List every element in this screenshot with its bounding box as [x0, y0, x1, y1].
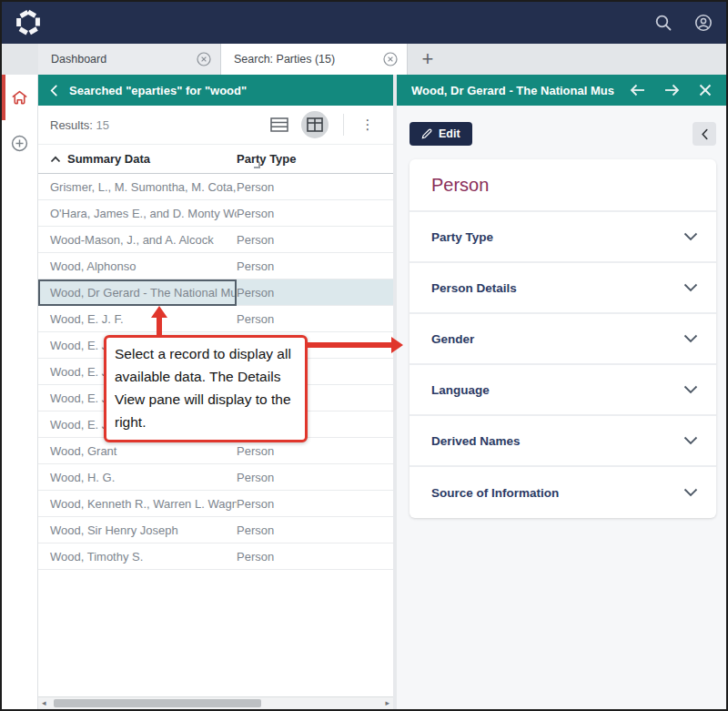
summary-data-cell[interactable]: Wood, E. J. F. [38, 306, 237, 332]
toolbar-divider [343, 114, 344, 136]
nav-sidebar [2, 75, 38, 709]
search-summary-title: Searched "eparties" for "wood" [69, 84, 247, 97]
details-header: Wood, Dr Gerard - The National Museum [397, 75, 726, 106]
table-row[interactable]: Wood, Sir Henry JosephPerson [38, 517, 393, 543]
summary-data-cell[interactable]: Wood, H. G. [38, 464, 237, 491]
section-label: Language [431, 383, 490, 397]
summary-data-cell[interactable]: Wood, Timothy S. [38, 543, 237, 570]
section-label: Source of Information [431, 486, 559, 500]
section-label: Gender [431, 332, 474, 346]
column-resize-handle[interactable] [254, 162, 260, 168]
column-header-summary-data[interactable]: Summary Data [38, 152, 237, 166]
tab-search-parties[interactable]: Search: Parties (15) [221, 44, 408, 75]
search-summary-header: Searched "eparties" for "wood" [38, 75, 393, 106]
edit-button-label: Edit [439, 127, 460, 140]
close-details-icon[interactable] [695, 80, 715, 100]
brand-logo-icon [15, 9, 42, 36]
section-label: Derived Names [431, 434, 521, 448]
account-icon[interactable] [693, 13, 713, 33]
section-party-type[interactable]: Party Type [410, 212, 716, 263]
party-type-cell[interactable]: Person [237, 207, 393, 220]
collapse-panel-button[interactable] [693, 122, 716, 146]
tab-search-parties-label: Search: Parties (15) [234, 53, 335, 66]
table-row[interactable]: Wood-Mason, J., and A. AlcockPerson [38, 227, 393, 253]
section-gender[interactable]: Gender [410, 314, 716, 365]
list-view-icon[interactable] [268, 114, 290, 136]
back-icon[interactable] [38, 85, 69, 96]
section-source-of-information[interactable]: Source of Information [410, 467, 716, 518]
section-label: Party Type [431, 230, 493, 244]
home-icon [10, 88, 29, 107]
table-row[interactable]: Wood, E. J. F.Person [38, 306, 393, 332]
details-sections: Party TypePerson DetailsGenderLanguageDe… [410, 212, 716, 518]
section-person-details[interactable]: Person Details [410, 263, 716, 314]
chevron-down-icon [683, 385, 698, 394]
more-options-icon[interactable]: ⋮ [359, 117, 377, 133]
party-type-cell[interactable]: Person [237, 497, 393, 511]
sidebar-item-home[interactable] [2, 75, 37, 120]
summary-data-cell[interactable]: Wood, Kenneth R., Warren L. Wagne... [38, 491, 237, 517]
summary-data-cell[interactable]: Wood, Dr Gerard - The National Mus... [38, 279, 237, 306]
app-window: Dashboard Search: Parties (15) + [0, 0, 728, 711]
chevron-down-icon [683, 232, 698, 241]
annotation-arrow-right-shaft [306, 342, 392, 348]
scrollbar-thumb[interactable] [54, 699, 261, 707]
table-row[interactable]: Wood, Timothy S.Person [38, 543, 393, 570]
scroll-left-icon[interactable]: ◂ [42, 698, 46, 707]
summary-data-cell[interactable]: Wood-Mason, J., and A. Alcock [38, 227, 237, 253]
horizontal-scrollbar[interactable]: ◂ ▸ [38, 696, 393, 709]
party-type-cell[interactable]: Person [237, 180, 393, 194]
active-nav-indicator [2, 75, 5, 120]
summary-data-cell[interactable]: Wood, Alphonso [38, 253, 237, 279]
pencil-icon [421, 128, 432, 139]
annotation-callout: Select a record to display all available… [104, 335, 308, 442]
section-label: Person Details [431, 281, 517, 295]
results-toolbar: Results: 15 ⋮ [38, 106, 393, 144]
tab-search-parties-close-icon[interactable] [383, 52, 398, 66]
chevron-down-icon [683, 436, 698, 445]
party-type-cell[interactable]: Person [237, 286, 393, 300]
party-type-cell[interactable]: Person [237, 444, 393, 458]
scroll-right-icon[interactable]: ▸ [385, 698, 389, 707]
chevron-down-icon [683, 334, 698, 343]
summary-data-cell[interactable]: Wood, Sir Henry Joseph [38, 517, 237, 543]
edit-button[interactable]: Edit [410, 122, 472, 146]
annotation-arrow-up-shaft [157, 317, 162, 336]
table-row-selected[interactable]: Wood, Dr Gerard - The National Mus...Per… [38, 279, 393, 306]
section-language[interactable]: Language [410, 365, 716, 416]
summary-data-cell[interactable]: Grismer, L., M. Sumontha, M. Cota, J... [38, 174, 237, 200]
sidebar-item-new-record[interactable] [2, 120, 37, 166]
table-row[interactable]: Wood, Kenneth R., Warren L. Wagne...Pers… [38, 491, 393, 517]
new-tab-button[interactable]: + [408, 44, 448, 75]
party-type-cell[interactable]: Person [237, 259, 393, 273]
results-count: 15 [96, 118, 109, 132]
annotation-arrow-right-head [391, 337, 403, 353]
chevron-down-icon [683, 283, 698, 292]
details-body: Edit Person Party TypePerson DetailsGend… [397, 106, 726, 709]
section-derived-names[interactable]: Derived Names [410, 416, 716, 467]
party-type-cell[interactable]: Person [237, 523, 393, 537]
table-row[interactable]: Wood, AlphonsoPerson [38, 253, 393, 279]
party-type-cell[interactable]: Person [237, 550, 393, 564]
grid-view-icon[interactable] [301, 111, 329, 138]
chevron-down-icon [683, 488, 698, 497]
party-type-cell[interactable]: Person [237, 312, 393, 326]
plus-circle-icon [10, 134, 29, 153]
table-row[interactable]: O'Hara, James E., and D. Monty WoodPerso… [38, 200, 393, 227]
table-row[interactable]: Wood, H. G.Person [38, 464, 393, 491]
party-type-cell[interactable]: Person [237, 471, 393, 484]
top-bar [2, 2, 726, 44]
tab-dashboard[interactable]: Dashboard [38, 44, 221, 75]
party-type-cell[interactable]: Person [237, 233, 393, 247]
details-record-title: Wood, Dr Gerard - The National Museum [411, 84, 614, 97]
record-type-heading: Person [410, 159, 716, 212]
details-card: Person Party TypePerson DetailsGenderLan… [410, 159, 716, 518]
summary-data-cell[interactable]: O'Hara, James E., and D. Monty Wood [38, 200, 237, 227]
tab-dashboard-close-icon[interactable] [197, 52, 211, 66]
column-header-party-label: Party Type [237, 152, 297, 166]
column-header-summary-label: Summary Data [67, 152, 150, 166]
previous-record-icon[interactable] [628, 80, 648, 100]
search-icon[interactable] [653, 13, 673, 33]
table-row[interactable]: Grismer, L., M. Sumontha, M. Cota, J...P… [38, 174, 393, 200]
next-record-icon[interactable] [662, 80, 682, 100]
